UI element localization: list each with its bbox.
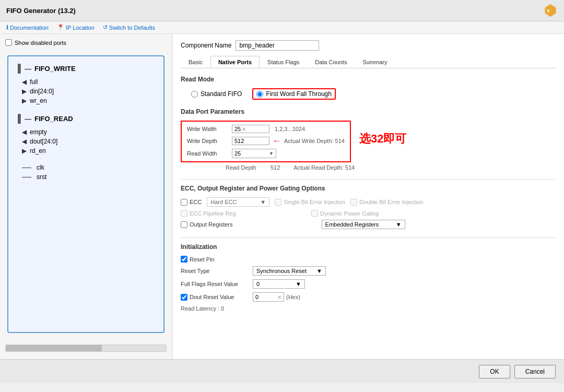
full-flags-dropdown[interactable]: 0 ▼ [253, 279, 305, 289]
read-depth-label: Read Depth [226, 164, 267, 171]
port-rd-en: ▶ rd_en [17, 146, 155, 156]
standard-fifo-radio[interactable] [191, 91, 198, 98]
annotation-wrapper: 选32即可 [359, 121, 406, 147]
write-dash: — [25, 65, 31, 73]
port-full: ◀ full [17, 77, 155, 87]
first-word-option[interactable]: First Word Fall Through [252, 88, 336, 100]
standard-fifo-label: Standard FIFO [201, 90, 242, 98]
tab-basic[interactable]: Basic [181, 56, 210, 68]
output-reg-dropdown[interactable]: Embedded Registers ▼ [322, 220, 405, 229]
reset-type-dropdown[interactable]: Synchronous Reset ▼ [253, 266, 326, 276]
switch-defaults-link[interactable]: ↺ Switch to Defaults [103, 24, 155, 31]
ecc-pipeline-label: ECC Pipeline Reg [181, 210, 254, 217]
read-width-dropdown[interactable]: 25 ▼ [232, 149, 276, 158]
fifo-read-header: ‖ — FIFO_READ [17, 113, 155, 124]
ecc-row-1: ECC Hard ECC ▼ Single Bit Error Injectio… [181, 197, 556, 207]
write-depth-label: Write Depth [187, 138, 229, 144]
ecc-pipeline-checkbox [181, 210, 187, 217]
ecc-section-title: ECC, Output Register and Power Gating Op… [181, 185, 556, 192]
horizontal-scrollbar[interactable] [5, 345, 167, 352]
right-panel: Component Name Basic Native Ports Status… [172, 34, 564, 359]
write-depth-input[interactable]: 512 [232, 137, 269, 145]
fifo-write-label: FIFO_WRITE [34, 65, 76, 73]
reset-pin-checkbox[interactable] [181, 256, 187, 263]
main-content: Show disabled ports ‖ — FIFO_WRITE ◀ ful… [0, 34, 564, 359]
port-dout-label: dout[24:0] [30, 138, 57, 145]
output-reg-checkbox-label[interactable]: Output Registers [181, 221, 233, 228]
tab-status-flags[interactable]: Status Flags [260, 56, 307, 68]
write-depth-row: Write Depth 512 ← Actual Write Depth: 51… [187, 136, 345, 146]
read-latency: Read Latency : 0 [181, 305, 556, 312]
component-name-row: Component Name [181, 40, 556, 51]
ecc-row-3: Output Registers Embedded Registers ▼ [181, 220, 556, 229]
power-gating-checkbox [311, 210, 318, 217]
hex-label: (Hex) [286, 294, 300, 300]
port-wr-en-label: wr_en [30, 97, 47, 104]
bottom-bar: OK Cancel [0, 359, 564, 383]
port-srst: srst [17, 172, 155, 182]
ecc-section: ECC, Output Register and Power Gating Op… [181, 179, 556, 229]
write-depth-value: 512 [234, 138, 244, 144]
reset-type-chevron: ▼ [316, 268, 322, 274]
data-port-title: Data Port Parameters [181, 108, 556, 115]
double-bit-checkbox [350, 199, 357, 206]
port-empty-label: empty [30, 128, 47, 136]
show-disabled-row: Show disabled ports [5, 39, 167, 46]
doc-link[interactable]: ℹ Documentation [6, 24, 49, 31]
output-reg-checkbox[interactable] [181, 221, 187, 228]
ip-location-link[interactable]: 📍 IP Location [57, 24, 95, 31]
dout-reset-checkbox[interactable] [181, 294, 187, 301]
full-flags-row: Full Flags Reset Value 0 ▼ [181, 279, 556, 289]
actual-write-depth: Actual Write Depth: 514 [284, 138, 345, 144]
data-port-section: Data Port Parameters Write Width 25 ✕ 1,… [181, 108, 556, 171]
port-srst-label: srst [37, 173, 46, 181]
ecc-checkbox[interactable] [181, 199, 187, 206]
port-rd-en-label: rd_en [30, 147, 46, 155]
read-width-value: 25 [234, 150, 241, 157]
write-width-input[interactable]: 25 ✕ [232, 125, 269, 133]
show-disabled-label: Show disabled ports [15, 40, 66, 46]
first-word-radio[interactable] [256, 91, 263, 98]
init-title: Initialization [181, 243, 556, 251]
tabs-container: Basic Native Ports Status Flags Data Cou… [181, 56, 556, 68]
show-disabled-checkbox[interactable] [5, 39, 12, 46]
full-flags-label: Full Flags Reset Value [181, 281, 249, 287]
dout-reset-checkbox-label[interactable]: Dout Reset Value [181, 294, 249, 301]
dout-reset-clear[interactable]: ✕ [277, 294, 281, 300]
read-mode-title: Read Mode [181, 76, 556, 83]
ecc-type-dropdown[interactable]: Hard ECC ▼ [207, 197, 269, 207]
scroll-thumb [6, 345, 102, 351]
reset-type-label: Reset Type [181, 268, 249, 274]
power-gating-label: Dynamic Power Gating [311, 210, 379, 217]
fifo-read-group: ‖ — FIFO_READ ◀ empty ◀ dout[24:0] ▶ rd_… [17, 113, 155, 156]
info-icon: ℹ [6, 24, 8, 31]
init-section: Initialization Reset Pin Reset Type Sync… [181, 237, 556, 312]
ok-button[interactable]: OK [479, 365, 510, 378]
app-title: FIFO Generator (13.2) [6, 7, 76, 15]
full-flags-chevron: ▼ [296, 281, 301, 287]
write-width-value: 25 [234, 126, 241, 132]
first-word-label: First Word Fall Through [266, 90, 332, 98]
write-width-label: Write Width [187, 126, 229, 132]
standard-fifo-option[interactable]: Standard FIFO [191, 90, 242, 98]
read-width-label: Read Width [187, 150, 229, 157]
fifo-write-header: ‖ — FIFO_WRITE [17, 63, 155, 74]
location-icon: 📍 [57, 24, 64, 31]
write-width-clear[interactable]: ✕ [242, 126, 246, 132]
read-depth-value: 512 [271, 164, 280, 171]
ecc-row-2: ECC Pipeline Reg Dynamic Power Gating [181, 210, 556, 217]
tab-data-counts[interactable]: Data Counts [307, 56, 355, 68]
write-width-row: Write Width 25 ✕ 1,2,3...1024 [187, 125, 345, 133]
ecc-checkbox-label[interactable]: ECC [181, 199, 202, 206]
component-name-input[interactable] [236, 40, 319, 51]
reset-pin-label[interactable]: Reset Pin [181, 256, 215, 263]
data-port-wrapper: Write Width 25 ✕ 1,2,3...1024 Write Dept… [181, 121, 556, 162]
tab-native-ports[interactable]: Native Ports [210, 56, 260, 68]
dout-reset-input[interactable]: 0 ✕ [253, 292, 284, 302]
cancel-button[interactable]: Cancel [514, 365, 556, 378]
fifo-read-label: FIFO_READ [34, 115, 73, 123]
left-panel: Show disabled ports ‖ — FIFO_WRITE ◀ ful… [0, 34, 172, 359]
port-dout: ◀ dout[24:0] [17, 137, 155, 146]
double-bit-label: Double Bit Error Injection [350, 199, 423, 206]
tab-summary[interactable]: Summary [355, 56, 395, 68]
